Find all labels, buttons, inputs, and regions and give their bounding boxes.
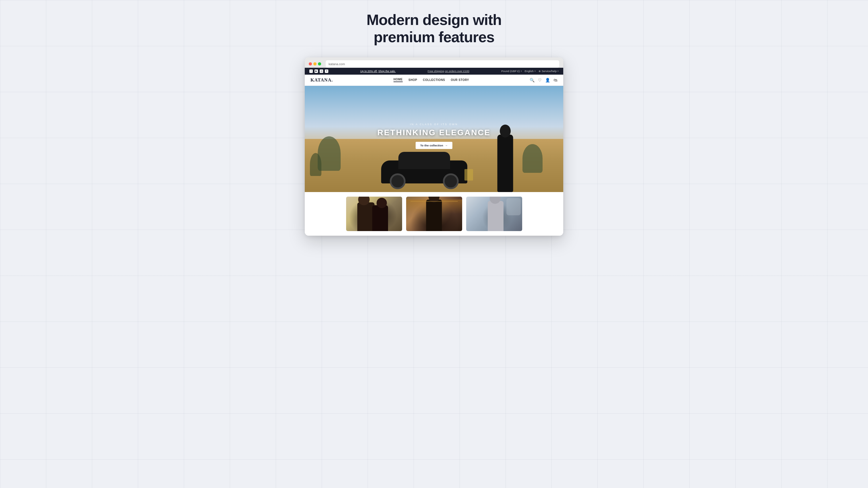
service-link[interactable]: ⊕ Service/help ▾ bbox=[538, 69, 559, 73]
social-icons-group: f ▶ ◎ ✕ bbox=[309, 69, 328, 73]
service-chevron: ▾ bbox=[558, 70, 559, 72]
nav-links: HOME SHOP COLLECTIONS OUR STORY bbox=[394, 78, 469, 82]
collection-thumb-2[interactable] bbox=[406, 197, 462, 231]
promo-prefix: Up to 20% off. bbox=[360, 69, 377, 73]
collections-row bbox=[305, 192, 563, 236]
site-nav: KATANA. HOME SHOP COLLECTIONS OUR STORY … bbox=[305, 75, 563, 86]
hero-section: IN A CLASS OF ITS OWN RETHINKING ELEGANC… bbox=[305, 86, 563, 192]
announcement-bar: f ▶ ◎ ✕ Up to 20% off. Shop the sale. Fr… bbox=[305, 68, 563, 75]
youtube-icon[interactable]: ▶ bbox=[314, 69, 318, 73]
hero-cta-button[interactable]: To the collection → bbox=[415, 142, 453, 149]
service-label: Service/help bbox=[542, 69, 557, 73]
hero-text-container: IN A CLASS OF ITS OWN RETHINKING ELEGANC… bbox=[377, 123, 491, 149]
shipping-suffix: on orders over £100 bbox=[445, 69, 469, 73]
collection-thumb-3[interactable] bbox=[466, 197, 522, 231]
hero-background: IN A CLASS OF ITS OWN RETHINKING ELEGANC… bbox=[305, 86, 563, 192]
language-chevron: ▾ bbox=[534, 70, 536, 72]
hero-subtitle: IN A CLASS OF ITS OWN bbox=[377, 123, 491, 126]
hero-title: RETHINKING ELEGANCE bbox=[377, 128, 491, 137]
dot-minimize[interactable] bbox=[313, 62, 316, 65]
site-wrapper: f ▶ ◎ ✕ Up to 20% off. Shop the sale. Fr… bbox=[305, 68, 563, 236]
dot-maximize[interactable] bbox=[318, 62, 321, 65]
user-icon[interactable]: 👤 bbox=[545, 78, 550, 83]
headline-line2: premium features bbox=[374, 29, 494, 45]
hero-cta-arrow: → bbox=[445, 144, 448, 147]
search-icon[interactable]: 🔍 bbox=[530, 78, 534, 83]
service-icon: ⊕ bbox=[538, 70, 541, 73]
heart-icon[interactable]: ♡ bbox=[538, 78, 542, 83]
browser-window: katana.com f ▶ ◎ ✕ Up to 20% off. Shop t… bbox=[305, 57, 563, 236]
nav-shop[interactable]: SHOP bbox=[408, 78, 417, 82]
language-selector[interactable]: English ▾ bbox=[525, 69, 536, 73]
browser-url-bar[interactable]: katana.com bbox=[326, 60, 559, 68]
instagram-icon[interactable]: ◎ bbox=[320, 69, 323, 73]
url-text: katana.com bbox=[329, 62, 345, 66]
collection-thumb-1[interactable] bbox=[346, 197, 402, 231]
shipping-info: Free shipping on orders over £100 bbox=[428, 69, 469, 73]
language-label: English bbox=[525, 69, 534, 73]
nav-home[interactable]: HOME bbox=[394, 78, 403, 82]
currency-selector[interactable]: Pound (GBP £) ▾ bbox=[501, 69, 522, 73]
facebook-icon[interactable]: f bbox=[309, 69, 313, 73]
browser-chrome: katana.com bbox=[305, 57, 563, 68]
cart-icon[interactable]: 🛍 bbox=[554, 78, 558, 83]
promo-text: Up to 20% off. Shop the sale. bbox=[360, 69, 396, 73]
nav-our-story[interactable]: OUR STORY bbox=[451, 78, 469, 82]
nav-collections[interactable]: COLLECTIONS bbox=[423, 78, 445, 82]
hero-cta-label: To the collection bbox=[420, 144, 443, 147]
nav-icons: 🔍 ♡ 👤 🛍 bbox=[530, 78, 558, 83]
shipping-link[interactable]: Free shipping bbox=[428, 69, 444, 73]
browser-dots bbox=[309, 62, 321, 65]
promo-link[interactable]: Shop the sale. bbox=[378, 69, 396, 73]
headline-line1: Modern design with bbox=[367, 11, 501, 28]
dot-close[interactable] bbox=[309, 62, 312, 65]
right-options: Pound (GBP £) ▾ English ▾ ⊕ Service/help… bbox=[501, 69, 559, 73]
currency-chevron: ▾ bbox=[521, 70, 522, 72]
page-headline: Modern design with premium features bbox=[367, 11, 501, 46]
x-twitter-icon[interactable]: ✕ bbox=[325, 69, 328, 73]
site-logo[interactable]: KATANA. bbox=[310, 77, 333, 83]
currency-label: Pound (GBP £) bbox=[501, 69, 520, 73]
